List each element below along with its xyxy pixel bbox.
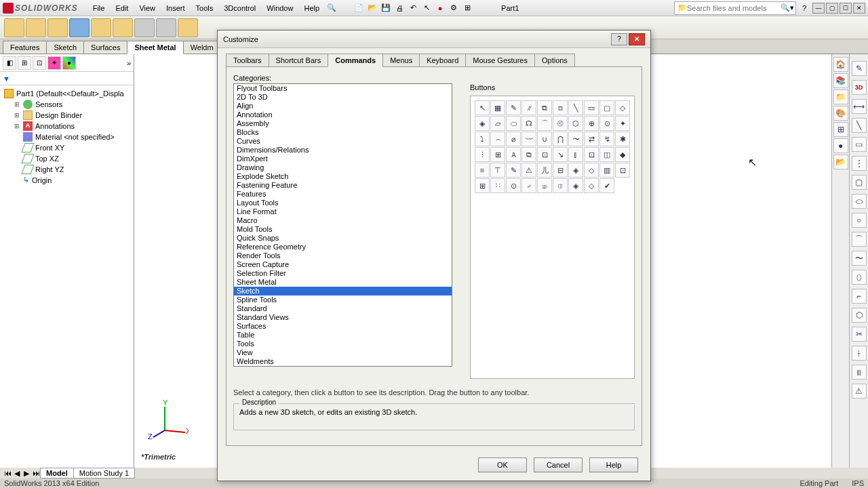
dialog-titlebar[interactable]: Customize ? ✕ bbox=[218, 30, 650, 48]
tab-features[interactable]: Features bbox=[3, 41, 47, 54]
command-button-icon[interactable]: ✱ bbox=[615, 131, 630, 146]
tree-annotations[interactable]: ⊞ A Annotations bbox=[12, 121, 131, 131]
sk-trim-icon[interactable]: ✂ bbox=[852, 327, 867, 342]
undo-icon[interactable]: ↶ bbox=[406, 1, 420, 15]
command-button-icon[interactable]: Ａ bbox=[506, 147, 521, 162]
expander-icon[interactable]: ⊞ bbox=[14, 112, 20, 119]
filter-icon[interactable]: ▼ bbox=[3, 75, 10, 83]
tree-front[interactable]: Front XY bbox=[12, 142, 131, 153]
bt-nav-prev-icon[interactable]: ◀ bbox=[12, 468, 22, 478]
command-button-icon[interactable]: ⧀ bbox=[553, 116, 568, 131]
command-button-icon[interactable]: ✎ bbox=[506, 163, 521, 178]
sk-line-icon[interactable]: ╲ bbox=[852, 118, 867, 133]
menu-help[interactable]: Help bbox=[298, 1, 325, 15]
ft-icon-3[interactable]: ⊡ bbox=[33, 56, 46, 70]
category-item[interactable]: Quick Snaps bbox=[234, 234, 452, 243]
search-help-icon[interactable]: 🔍 bbox=[325, 1, 338, 15]
select-icon[interactable]: ↖ bbox=[420, 1, 433, 15]
sk-fillet-icon[interactable]: ⌐ bbox=[852, 289, 867, 304]
category-item[interactable]: Drawing bbox=[234, 163, 452, 172]
sk-centerline-icon[interactable]: ⋮ bbox=[852, 156, 867, 171]
command-button-icon[interactable]: ⫿ bbox=[568, 147, 583, 162]
command-button-icon[interactable]: ⊡ bbox=[615, 163, 630, 178]
category-item[interactable]: DimXpert bbox=[234, 155, 452, 163]
bottom-tab-motion[interactable]: Motion Study 1 bbox=[73, 468, 135, 479]
dlg-tab-shortcut[interactable]: Shortcut Bars bbox=[269, 54, 329, 67]
command-button-icon[interactable]: ✎ bbox=[506, 100, 521, 115]
command-button-icon[interactable]: ⌒ bbox=[537, 116, 552, 131]
command-button-icon[interactable]: ⊡ bbox=[584, 147, 599, 162]
command-button-icon[interactable]: ⊕ bbox=[584, 116, 599, 131]
command-button-icon[interactable]: ⊞ bbox=[490, 147, 505, 162]
category-item[interactable]: Fastening Feature bbox=[234, 181, 452, 190]
ft-icon-1[interactable]: ◧ bbox=[3, 56, 16, 70]
sk-corner-icon[interactable]: ▢ bbox=[852, 175, 867, 190]
tool-6-icon[interactable] bbox=[113, 18, 133, 37]
command-button-icon[interactable]: ≡ bbox=[475, 163, 490, 178]
command-button-icon[interactable]: ☊ bbox=[521, 116, 536, 131]
expander-icon[interactable]: ⊞ bbox=[14, 101, 20, 108]
rebuild-icon[interactable]: ● bbox=[433, 1, 447, 15]
dlg-tab-keyboard[interactable]: Keyboard bbox=[419, 54, 466, 67]
tool-5-icon[interactable] bbox=[91, 18, 111, 37]
category-item[interactable]: Standard bbox=[234, 304, 452, 313]
sk-pattern-icon[interactable]: ⫼ bbox=[852, 365, 867, 380]
command-button-icon[interactable]: ⌿ bbox=[521, 178, 536, 193]
menu-tools[interactable]: Tools bbox=[191, 1, 219, 15]
command-button-icon[interactable]: ⊞ bbox=[475, 178, 490, 193]
dlg-tab-commands[interactable]: Commands bbox=[328, 54, 383, 67]
tab-sheet-metal[interactable]: Sheet Metal bbox=[127, 41, 183, 54]
command-button-icon[interactable]: ◇ bbox=[584, 178, 599, 193]
dialog-close-button[interactable]: ✕ bbox=[629, 33, 645, 45]
command-button-icon[interactable]: ⎅ bbox=[553, 178, 568, 193]
category-item[interactable]: Table bbox=[234, 331, 452, 340]
command-button-icon[interactable]: ↖ bbox=[475, 100, 490, 115]
category-item[interactable]: Tools bbox=[234, 340, 452, 348]
command-button-icon[interactable]: ▱ bbox=[490, 116, 505, 131]
bt-nav-first-icon[interactable]: ⏮ bbox=[3, 468, 12, 478]
category-item[interactable]: View bbox=[234, 348, 452, 357]
category-item[interactable]: Explode Sketch bbox=[234, 172, 452, 181]
command-button-icon[interactable]: ⧈ bbox=[553, 100, 568, 115]
restore-button[interactable]: ▢ bbox=[826, 3, 838, 14]
sk-ellipse-icon[interactable]: ⬯ bbox=[852, 270, 867, 285]
search-box[interactable]: 📁 🔍 ▾ bbox=[674, 1, 796, 15]
dlg-tab-menus[interactable]: Menus bbox=[382, 54, 420, 67]
bt-nav-next-icon[interactable]: ▶ bbox=[22, 468, 31, 478]
command-button-icon[interactable]: ↯ bbox=[599, 131, 614, 146]
category-item[interactable]: Reference Geometry bbox=[234, 243, 452, 251]
dialog-help-button[interactable]: ? bbox=[611, 33, 627, 45]
sk-warn-icon[interactable]: ⚠ bbox=[852, 384, 867, 399]
category-item[interactable]: Assembly bbox=[234, 119, 452, 128]
command-button-icon[interactable]: ✔ bbox=[599, 178, 614, 193]
command-button-icon[interactable]: ⬡ bbox=[568, 116, 583, 131]
options-icon[interactable]: ⚙ bbox=[447, 1, 460, 15]
menu-window[interactable]: Window bbox=[261, 1, 298, 15]
tree-design-binder[interactable]: ⊞ Design Binder bbox=[12, 110, 131, 121]
search-icon[interactable]: 🔍 bbox=[781, 3, 790, 12]
tool-7-icon[interactable] bbox=[134, 18, 155, 37]
taskpane-explorer-icon[interactable]: 📁 bbox=[833, 89, 848, 104]
category-item[interactable]: Layout Tools bbox=[234, 199, 452, 207]
taskpane-library-icon[interactable]: 📚 bbox=[833, 73, 848, 88]
bt-nav-last-icon[interactable]: ⏭ bbox=[31, 468, 41, 478]
tool-8-icon[interactable] bbox=[156, 18, 176, 37]
command-button-icon[interactable]: ⫽ bbox=[521, 100, 536, 115]
dlg-tab-options[interactable]: Options bbox=[534, 54, 575, 67]
taskpane-custom-icon[interactable]: ● bbox=[833, 138, 848, 153]
tree-origin[interactable]: ↳ Origin bbox=[12, 175, 131, 185]
category-item[interactable]: Surfaces bbox=[234, 322, 452, 331]
category-item[interactable]: Line Format bbox=[234, 207, 452, 216]
new-doc-icon[interactable]: 📄 bbox=[352, 1, 366, 15]
minimize-button[interactable]: — bbox=[812, 3, 825, 14]
ft-expand-icon[interactable]: » bbox=[127, 59, 131, 67]
sk-sketch-icon[interactable]: ✎ bbox=[852, 61, 867, 76]
categories-listbox[interactable]: Flyout Toolbars2D To 3DAlignAnnotationAs… bbox=[233, 83, 452, 367]
command-button-icon[interactable]: 〜 bbox=[568, 131, 583, 146]
sk-poly-icon[interactable]: ⬡ bbox=[852, 308, 867, 323]
help-button[interactable]: Help bbox=[589, 458, 638, 472]
category-item[interactable]: Mold Tools bbox=[234, 225, 452, 234]
category-item[interactable]: Standard Views bbox=[234, 313, 452, 322]
taskpane-palette-icon[interactable]: 🎨 bbox=[833, 106, 848, 121]
command-button-icon[interactable]: ⇄ bbox=[584, 131, 599, 146]
